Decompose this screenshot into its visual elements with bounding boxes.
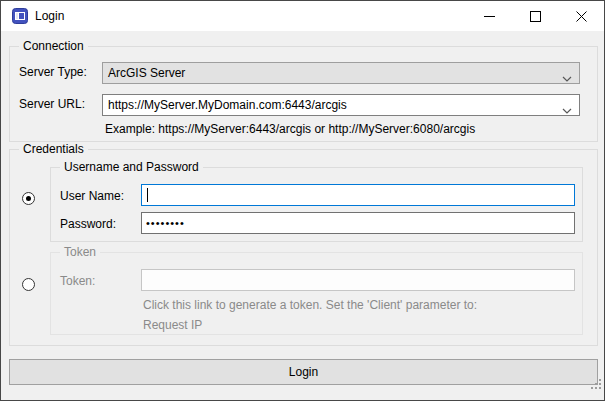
close-button[interactable] xyxy=(558,1,604,31)
server-type-value: ArcGIS Server xyxy=(108,66,185,80)
server-type-dropdown[interactable]: ArcGIS Server xyxy=(102,62,580,84)
server-url-label: Server URL: xyxy=(19,97,85,111)
password-value: •••••••• xyxy=(146,217,185,229)
token-group: Token Token: Click this link to generate… xyxy=(50,252,583,335)
window-title: Login xyxy=(35,1,64,31)
credentials-group: Credentials Username and Password User N… xyxy=(9,149,598,346)
token-label: Token: xyxy=(60,274,95,288)
user-name-label: User Name: xyxy=(60,189,124,203)
chevron-down-icon xyxy=(562,71,572,84)
maximize-icon xyxy=(530,11,541,22)
token-radio[interactable] xyxy=(22,278,35,291)
username-password-radio[interactable] xyxy=(22,192,35,205)
resize-grip[interactable] xyxy=(591,387,593,389)
credentials-group-label: Credentials xyxy=(19,142,88,156)
server-url-combobox[interactable]: https://MyServer.MyDomain.com:6443/arcgi… xyxy=(102,94,580,116)
chevron-down-icon xyxy=(562,103,572,116)
token-input xyxy=(141,269,575,291)
request-ip-link[interactable]: Request IP xyxy=(143,318,202,332)
server-type-label: Server Type: xyxy=(19,65,87,79)
login-button-label: Login xyxy=(289,365,318,379)
connection-group: Connection Server Type: ArcGIS Server Se… xyxy=(9,46,598,142)
titlebar[interactable]: Login xyxy=(1,1,604,31)
connection-group-label: Connection xyxy=(19,39,88,53)
close-icon xyxy=(576,11,587,22)
login-button[interactable]: Login xyxy=(9,359,598,385)
server-url-value: https://MyServer.MyDomain.com:6443/arcgi… xyxy=(108,98,347,112)
password-input[interactable]: •••••••• xyxy=(141,212,575,234)
text-cursor xyxy=(147,188,148,202)
username-password-group-label: Username and Password xyxy=(60,160,203,174)
login-dialog: Login Connection Server Type: A xyxy=(0,0,605,401)
minimize-button[interactable] xyxy=(466,1,512,31)
maximize-button[interactable] xyxy=(512,1,558,31)
token-hint-text: Click this link to generate a token. Set… xyxy=(143,298,477,312)
minimize-icon xyxy=(484,11,495,22)
token-group-label: Token xyxy=(60,245,100,259)
username-password-group: Username and Password User Name: Passwor… xyxy=(50,167,583,242)
password-label: Password: xyxy=(60,217,116,231)
user-name-input[interactable] xyxy=(141,184,575,206)
server-url-example-text: Example: https://MyServer:6443/arcgis or… xyxy=(105,122,475,136)
form-app-icon xyxy=(12,8,28,24)
